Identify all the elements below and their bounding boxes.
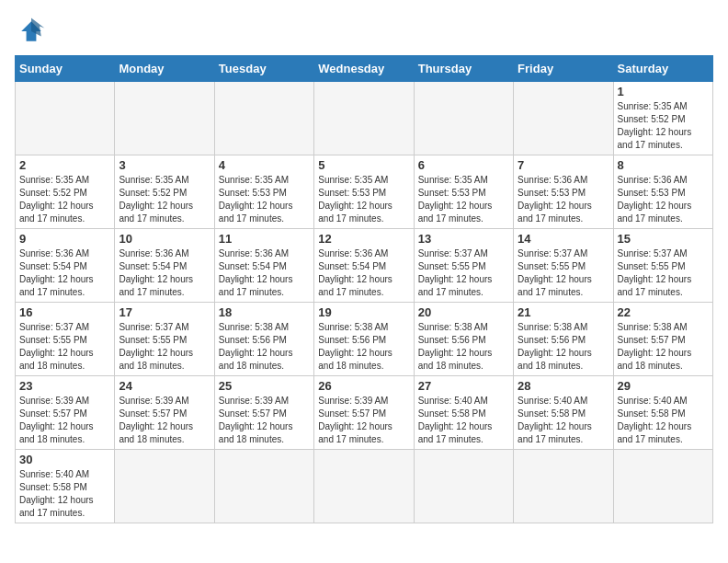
daylight-text: Daylight: 12 hours and 17 minutes. (518, 201, 592, 224)
day-number: 26 (318, 379, 409, 393)
sunrise-text: Sunrise: 5:40 AM (19, 469, 89, 479)
sunset-text: Sunset: 5:56 PM (518, 335, 586, 345)
day-info: Sunrise: 5:36 AMSunset: 5:53 PMDaylight:… (618, 174, 709, 225)
sunrise-text: Sunrise: 5:37 AM (418, 248, 488, 259)
calendar-cell (214, 82, 313, 155)
sunrise-text: Sunrise: 5:36 AM (219, 248, 289, 259)
calendar-cell: 22Sunrise: 5:38 AMSunset: 5:57 PMDayligh… (613, 303, 712, 376)
calendar-cell: 26Sunrise: 5:39 AMSunset: 5:57 PMDayligh… (314, 376, 414, 450)
sunrise-text: Sunrise: 5:38 AM (518, 322, 587, 332)
daylight-text: Daylight: 12 hours and 17 minutes. (119, 274, 193, 297)
day-number: 4 (219, 158, 310, 172)
calendar-cell: 8Sunrise: 5:36 AMSunset: 5:53 PMDaylight… (613, 155, 712, 229)
sunrise-text: Sunrise: 5:37 AM (119, 322, 188, 332)
sunset-text: Sunset: 5:58 PM (418, 408, 486, 419)
sunset-text: Sunset: 5:53 PM (219, 188, 287, 198)
sunset-text: Sunset: 5:53 PM (318, 188, 386, 198)
daylight-text: Daylight: 12 hours and 17 minutes. (219, 274, 293, 297)
calendar-cell: 1Sunrise: 5:35 AMSunset: 5:52 PMDaylight… (613, 82, 712, 155)
sunrise-text: Sunrise: 5:36 AM (318, 248, 388, 259)
calendar-cell (314, 82, 414, 155)
calendar-cell: 16Sunrise: 5:37 AMSunset: 5:55 PMDayligh… (16, 303, 115, 376)
page-header (15, 15, 713, 48)
daylight-text: Daylight: 12 hours and 17 minutes. (119, 201, 193, 224)
calendar-cell (115, 450, 214, 523)
daylight-text: Daylight: 12 hours and 17 minutes. (318, 421, 392, 444)
sunrise-text: Sunrise: 5:40 AM (618, 396, 688, 406)
day-info: Sunrise: 5:36 AMSunset: 5:54 PMDaylight:… (219, 247, 310, 299)
day-number: 7 (518, 158, 609, 172)
sunrise-text: Sunrise: 5:35 AM (318, 175, 388, 185)
day-number: 13 (418, 232, 509, 246)
daylight-text: Daylight: 12 hours and 17 minutes. (418, 201, 493, 224)
sunrise-text: Sunrise: 5:36 AM (518, 175, 587, 185)
daylight-text: Daylight: 12 hours and 18 minutes. (318, 348, 392, 371)
calendar-table: SundayMondayTuesdayWednesdayThursdayFrid… (15, 55, 713, 523)
daylight-text: Daylight: 12 hours and 17 minutes. (318, 201, 392, 224)
day-number: 27 (418, 379, 509, 393)
sunrise-text: Sunrise: 5:37 AM (19, 322, 89, 332)
sunset-text: Sunset: 5:57 PM (219, 408, 287, 419)
sunset-text: Sunset: 5:58 PM (19, 482, 87, 492)
calendar-cell: 14Sunrise: 5:37 AMSunset: 5:55 PMDayligh… (514, 229, 613, 303)
sunset-text: Sunset: 5:54 PM (318, 261, 386, 271)
day-number: 22 (618, 305, 709, 319)
calendar-week-1: 1Sunrise: 5:35 AMSunset: 5:52 PMDaylight… (16, 82, 713, 155)
daylight-text: Daylight: 12 hours and 17 minutes. (618, 127, 692, 150)
sunset-text: Sunset: 5:55 PM (119, 335, 187, 345)
sunrise-text: Sunrise: 5:36 AM (119, 248, 188, 259)
calendar-cell: 17Sunrise: 5:37 AMSunset: 5:55 PMDayligh… (115, 303, 214, 376)
daylight-text: Daylight: 12 hours and 18 minutes. (119, 421, 193, 444)
day-info: Sunrise: 5:39 AMSunset: 5:57 PMDaylight:… (318, 395, 409, 446)
calendar-cell: 25Sunrise: 5:39 AMSunset: 5:57 PMDayligh… (214, 376, 313, 450)
sunset-text: Sunset: 5:57 PM (19, 408, 87, 419)
sunrise-text: Sunrise: 5:35 AM (618, 101, 688, 111)
day-number: 28 (518, 379, 609, 393)
calendar-cell (115, 82, 214, 155)
sunrise-text: Sunrise: 5:40 AM (418, 396, 488, 406)
day-number: 3 (119, 158, 210, 172)
day-info: Sunrise: 5:35 AMSunset: 5:52 PMDaylight:… (119, 174, 210, 225)
sunrise-text: Sunrise: 5:35 AM (19, 175, 89, 185)
daylight-text: Daylight: 12 hours and 18 minutes. (19, 421, 94, 444)
day-info: Sunrise: 5:35 AMSunset: 5:53 PMDaylight:… (219, 174, 310, 225)
calendar-cell: 11Sunrise: 5:36 AMSunset: 5:54 PMDayligh… (214, 229, 313, 303)
sunset-text: Sunset: 5:54 PM (119, 261, 187, 271)
day-number: 21 (518, 305, 609, 319)
day-info: Sunrise: 5:38 AMSunset: 5:56 PMDaylight:… (318, 321, 409, 373)
weekday-header-thursday: Thursday (414, 56, 513, 82)
sunrise-text: Sunrise: 5:38 AM (618, 322, 688, 332)
day-number: 10 (119, 232, 210, 246)
calendar-week-6: 30Sunrise: 5:40 AMSunset: 5:58 PMDayligh… (16, 450, 713, 523)
calendar-cell (613, 450, 712, 523)
sunrise-text: Sunrise: 5:36 AM (19, 248, 89, 259)
daylight-text: Daylight: 12 hours and 18 minutes. (19, 348, 94, 371)
weekday-header-saturday: Saturday (613, 56, 712, 82)
day-info: Sunrise: 5:36 AMSunset: 5:54 PMDaylight:… (119, 247, 210, 299)
sunrise-text: Sunrise: 5:35 AM (119, 175, 188, 185)
sunrise-text: Sunrise: 5:38 AM (219, 322, 289, 332)
day-info: Sunrise: 5:36 AMSunset: 5:54 PMDaylight:… (318, 247, 409, 299)
calendar-cell: 23Sunrise: 5:39 AMSunset: 5:57 PMDayligh… (16, 376, 115, 450)
sunrise-text: Sunrise: 5:38 AM (418, 322, 488, 332)
day-number: 11 (219, 232, 310, 246)
day-info: Sunrise: 5:40 AMSunset: 5:58 PMDaylight:… (518, 395, 609, 446)
daylight-text: Daylight: 12 hours and 17 minutes. (618, 274, 692, 297)
day-number: 6 (418, 158, 509, 172)
daylight-text: Daylight: 12 hours and 18 minutes. (219, 421, 293, 444)
day-number: 15 (618, 232, 709, 246)
sunset-text: Sunset: 5:57 PM (618, 335, 686, 345)
day-info: Sunrise: 5:39 AMSunset: 5:57 PMDaylight:… (119, 395, 210, 446)
sunset-text: Sunset: 5:57 PM (119, 408, 187, 419)
day-number: 8 (618, 158, 709, 172)
day-info: Sunrise: 5:36 AMSunset: 5:54 PMDaylight:… (19, 247, 110, 299)
day-number: 9 (19, 232, 110, 246)
sunrise-text: Sunrise: 5:37 AM (518, 248, 587, 259)
day-info: Sunrise: 5:40 AMSunset: 5:58 PMDaylight:… (19, 468, 110, 520)
sunrise-text: Sunrise: 5:35 AM (219, 175, 289, 185)
logo-icon (15, 15, 48, 48)
calendar-cell: 3Sunrise: 5:35 AMSunset: 5:52 PMDaylight… (115, 155, 214, 229)
sunrise-text: Sunrise: 5:37 AM (618, 248, 688, 259)
calendar-cell: 27Sunrise: 5:40 AMSunset: 5:58 PMDayligh… (414, 376, 513, 450)
sunrise-text: Sunrise: 5:36 AM (618, 175, 688, 185)
